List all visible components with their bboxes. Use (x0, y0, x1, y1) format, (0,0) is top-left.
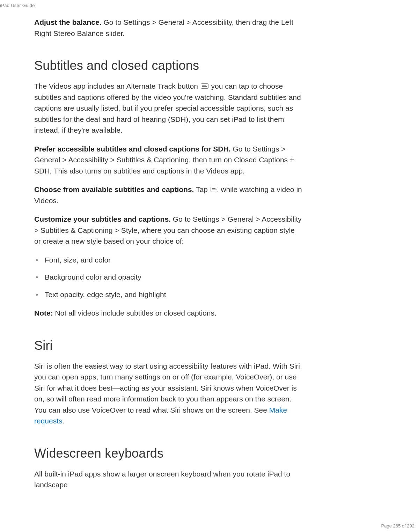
adjust-balance-bold: Adjust the balance. (34, 18, 102, 26)
caption-options-list: Font, size, and color Background color a… (34, 254, 302, 300)
widescreen-keyboards-heading: Widescreen keyboards (34, 446, 302, 461)
widescreen-keyboards-text: All built-in iPad apps show a larger ons… (34, 470, 290, 489)
subtitles-intro-paragraph: The Videos app includes an Alternate Tra… (34, 81, 302, 136)
note-paragraph: Note: Not all videos include subtitles o… (34, 308, 302, 319)
subtitles-heading: Subtitles and closed captions (34, 58, 302, 73)
prefer-accessible-bold: Prefer accessible subtitles and closed c… (34, 145, 231, 153)
siri-text-b: . (63, 417, 65, 425)
guide-header-label: iPad User Guide (0, 3, 35, 8)
list-item: Background color and opacity (34, 272, 302, 283)
widescreen-keyboards-paragraph: All built-in iPad apps show a larger ons… (34, 468, 302, 490)
document-content: Adjust the balance. Go to Settings > Gen… (34, 17, 302, 498)
adjust-balance-paragraph: Adjust the balance. Go to Settings > Gen… (34, 17, 302, 39)
list-item: Text opacity, edge style, and highlight (34, 289, 302, 300)
choose-subtitles-a: Tap (194, 185, 210, 193)
page-indicator: Page 265 of 292 (381, 523, 415, 529)
alternate-track-icon (211, 187, 218, 192)
siri-text-a: Siri is often the easiest way to start u… (34, 362, 302, 414)
siri-heading: Siri (34, 338, 302, 353)
note-bold: Note: (34, 309, 53, 317)
customize-subtitles-bold: Customize your subtitles and captions. (34, 215, 171, 223)
customize-subtitles-paragraph: Customize your subtitles and captions. G… (34, 214, 302, 247)
list-item: Font, size, and color (34, 254, 302, 266)
choose-subtitles-bold: Choose from available subtitles and capt… (34, 185, 194, 193)
alternate-track-icon (201, 83, 208, 89)
prefer-accessible-paragraph: Prefer accessible subtitles and closed c… (34, 143, 302, 177)
siri-paragraph: Siri is often the easiest way to start u… (34, 361, 302, 427)
choose-subtitles-paragraph: Choose from available subtitles and capt… (34, 184, 302, 206)
subtitles-p1-a: The Videos app includes an Alternate Tra… (34, 82, 200, 90)
note-text: Not all videos include subtitles or clos… (53, 309, 217, 317)
